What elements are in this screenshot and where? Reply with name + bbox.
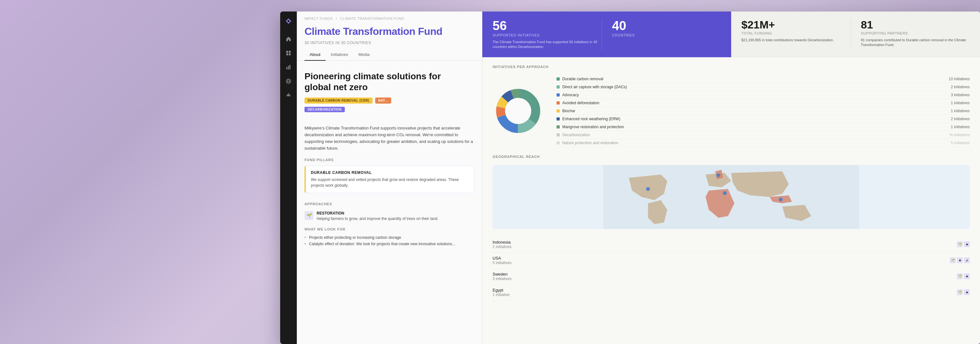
stat-funding-label: TOTAL FUNDING xyxy=(741,31,851,35)
page-title: Climate Transformation Fund xyxy=(297,23,482,40)
right-panel: 56 SUPPORTED INITIATIVES The Climate Tra… xyxy=(482,11,980,344)
stats-bar-purple: 56 SUPPORTED INITIATIVES The Climate Tra… xyxy=(482,11,731,57)
country-name: Sweden xyxy=(493,272,511,277)
svg-rect-1 xyxy=(289,51,291,53)
stat-funding-desc: $21,190,865 in total contributions towar… xyxy=(741,38,851,43)
legend-count: 1 initiatives xyxy=(951,101,970,105)
tag-nat: NAT... xyxy=(375,98,391,104)
country-name: Indonesia xyxy=(493,240,511,244)
stat-initiatives-desc: The Climate Transformation Fund has supp… xyxy=(493,40,601,49)
tab-media[interactable]: Media xyxy=(353,49,374,61)
tab-about[interactable]: About xyxy=(304,49,326,61)
legend-item-nature: Nature protection and restoration 5 init… xyxy=(557,139,970,147)
stat-initiatives-number: 56 xyxy=(493,19,601,32)
stat-partners: 81 SUPPORTING PARTNERS 81 companies cont… xyxy=(851,19,970,49)
country-count: 2 initiatives xyxy=(493,244,511,249)
geo-reach-title: GEOGRAPHICAL REACH xyxy=(493,155,970,159)
legend-item-biochar: Biochar 1 initiatives xyxy=(557,107,970,115)
country-name: Egypt xyxy=(493,288,509,293)
logo[interactable] xyxy=(284,17,293,25)
country-icon: 🌱 xyxy=(950,257,956,263)
svg-point-22 xyxy=(646,187,650,191)
what-we-look-list: Projects either protecting or increasing… xyxy=(304,235,474,247)
map-placeholder xyxy=(493,165,970,229)
stat-initiatives-label: SUPPORTED INITIATIVES xyxy=(493,33,601,37)
svg-point-23 xyxy=(716,173,720,177)
chart-container: Durable carbon removal 10 initiatives Di… xyxy=(493,75,970,147)
stat-partners-label: SUPPORTING PARTNERS xyxy=(861,31,970,35)
breadcrumb: IMPACT FUNDS / CLIMATE TRANSFORMATION FU… xyxy=(297,11,482,23)
legend-dot xyxy=(557,125,560,128)
legend-count: 10 initiatives xyxy=(949,77,970,81)
breadcrumb-parent[interactable]: IMPACT FUNDS xyxy=(304,17,332,21)
stat-countries-label: COUNTRIES xyxy=(612,33,721,37)
legend: Durable carbon removal 10 initiatives Di… xyxy=(557,75,970,147)
approach-item: 🌱 RESTORATION Helping farmers to grow, a… xyxy=(297,208,482,224)
country-icon: ◈ xyxy=(964,273,970,279)
stat-partners-desc: 81 companies contributed to Durable carb… xyxy=(861,38,970,48)
legend-item-mangrove: Mangrove restoration and protection 1 in… xyxy=(557,123,970,131)
approach-title: RESTORATION xyxy=(317,211,439,216)
map-section: GEOGRAPHICAL REACH xyxy=(482,155,980,236)
legend-item-decarbonization: Decarbonization % initiatives xyxy=(557,131,970,139)
country-icons: 🌱 ◈ xyxy=(957,241,970,247)
legend-item-durable-carbon: Durable carbon removal 10 initiatives xyxy=(557,75,970,83)
chart-section-title: INITIATIVES PER APPROACH xyxy=(493,65,970,69)
stat-countries-number: 40 xyxy=(612,19,721,32)
country-name: USA xyxy=(493,256,511,260)
stats-bar-light: $21M+ TOTAL FUNDING $21,190,865 in total… xyxy=(731,11,980,57)
legend-label: Decarbonization xyxy=(562,133,590,137)
country-icon: ◈ xyxy=(957,257,963,263)
legend-dot xyxy=(557,117,560,120)
sidebar-home-icon[interactable] xyxy=(283,33,294,45)
country-icon: ⊿ xyxy=(964,257,970,263)
approach-body: Helping farmers to grow, and improve the… xyxy=(317,216,439,221)
list-item: Projects either protecting or increasing… xyxy=(304,235,474,241)
legend-item-dac: Direct air capture with storage (DACs) 2… xyxy=(557,83,970,91)
legend-dot xyxy=(557,86,560,89)
what-we-look-section: WHAT WE LOOK FOR Projects either protect… xyxy=(297,224,482,251)
sidebar-globe-icon[interactable] xyxy=(283,75,294,87)
legend-dot xyxy=(557,109,560,113)
country-list: Indonesia 2 initiatives 🌱 ◈ USA 5 initia… xyxy=(482,236,980,301)
chart-section: INITIATIVES PER APPROACH xyxy=(482,57,980,155)
list-item: Catalytic effect of donation: We look fo… xyxy=(304,241,474,247)
legend-dot xyxy=(557,78,560,81)
breadcrumb-current: CLIMATE TRANSFORMATION FUND xyxy=(340,17,404,21)
tags: DURABLE CARBON REMOVAL (CDR) NAT... xyxy=(304,98,474,104)
fund-pillars-label: FUND PILLARS xyxy=(304,158,474,162)
sidebar-signal-icon[interactable] xyxy=(283,90,294,101)
hero-section: Pioneering climate solutions forglobal n… xyxy=(297,61,482,121)
svg-rect-2 xyxy=(286,53,288,55)
stat-partners-number: 81 xyxy=(861,19,970,30)
legend-count: % initiatives xyxy=(950,133,970,137)
sidebar-grid-icon[interactable] xyxy=(283,47,294,59)
body-text: Milkywire's Climate Transformation Fund … xyxy=(297,121,482,155)
stats-container: 56 SUPPORTED INITIATIVES The Climate Tra… xyxy=(482,11,980,57)
legend-count: 1 initiatives xyxy=(951,125,970,129)
tag-decarbonization: DECARBONIZATION xyxy=(304,107,345,112)
stat-initiatives: 56 SUPPORTED INITIATIVES The Climate Tra… xyxy=(493,19,601,49)
svg-rect-5 xyxy=(288,66,289,70)
country-item-sweden: Sweden 3 initiatives 🌱 ◈ xyxy=(493,269,970,285)
svg-rect-4 xyxy=(286,67,287,70)
tag-durable-carbon: DURABLE CARBON REMOVAL (CDR) xyxy=(304,98,372,104)
legend-label: Direct air capture with storage (DACs) xyxy=(562,85,627,89)
legend-label: Enhanced rock weathering (ERW) xyxy=(562,117,620,121)
legend-item-avoided-deforestation: Avoided deforestation 1 initiatives xyxy=(557,99,970,107)
sidebar-chart-icon[interactable] xyxy=(283,61,294,73)
country-item-egypt: Egypt 1 initiative 🌱 ◈ xyxy=(493,285,970,301)
country-icon: ◈ xyxy=(964,241,970,247)
country-icon: 🌱 xyxy=(957,241,963,247)
pillar-body: We support screened and vetted projects … xyxy=(311,177,469,188)
sidebar xyxy=(280,11,297,344)
donut-chart xyxy=(493,86,544,136)
legend-count: 3 initiatives xyxy=(951,93,970,97)
legend-label: Biochar xyxy=(562,109,575,113)
country-count: 1 initiative xyxy=(493,293,509,297)
country-item-usa: USA 5 initiatives 🌱 ◈ ⊿ xyxy=(493,252,970,269)
tab-initiatives[interactable]: Initiatives xyxy=(326,49,353,61)
country-icon: 🌱 xyxy=(957,273,963,279)
svg-rect-3 xyxy=(289,53,291,55)
legend-label: Avoided deforestation xyxy=(562,101,600,105)
